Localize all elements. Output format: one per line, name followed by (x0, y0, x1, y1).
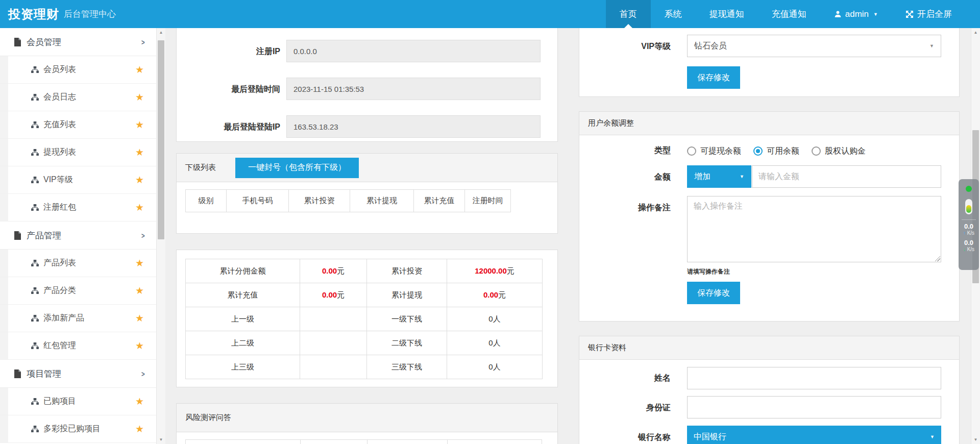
nav-withdraw-notice[interactable]: 提现通知 (696, 0, 758, 28)
chevron-down-icon: ▼ (873, 12, 878, 17)
sidebar-item-member-list[interactable]: 会员列表 ★ (0, 56, 156, 84)
download-speed: 0.0 (964, 239, 973, 246)
stats-label: 累计投资 (367, 259, 447, 283)
nav-fullscreen[interactable]: 开启全屏 (892, 0, 966, 28)
bank-panel-title: 银行卡资料 (588, 343, 626, 353)
sidebar-item-label: 产品列表 (43, 258, 76, 268)
remark-helper-text: 请填写操作备注 (687, 267, 730, 276)
amount-label: 金额 (579, 172, 671, 183)
stats-value: 0.00 (322, 290, 337, 299)
nav-recharge-notice[interactable]: 充值通知 (758, 0, 820, 28)
sidebar-group-projects[interactable]: 项目管理 > (0, 360, 156, 388)
sidebar-item-member-log[interactable]: 会员日志 ★ (0, 84, 156, 111)
name-input[interactable] (687, 367, 941, 389)
balance-save-button[interactable]: 保存修改 (687, 282, 740, 304)
sidebar-item-product-category[interactable]: 产品分类 ★ (0, 277, 156, 305)
stats-value: 0 (488, 338, 493, 347)
radio-withdrawable-balance[interactable]: 可提现余额 (687, 146, 741, 157)
sidebar-scrollbar-thumb[interactable] (158, 40, 164, 239)
scroll-down-icon[interactable]: ▼ (971, 435, 980, 444)
radio-icon (812, 146, 821, 156)
register-ip-field[interactable] (286, 40, 541, 62)
last-login-ip-label: 最后登陆登陆IP (177, 122, 280, 133)
id-card-input[interactable] (687, 396, 941, 418)
nav-fullscreen-label: 开启全屏 (917, 8, 952, 20)
sitemap-icon (31, 204, 39, 211)
nav-system[interactable]: 系统 (651, 0, 696, 28)
sidebar-scrollbar[interactable]: ▲ ▼ (156, 28, 165, 444)
stats-label: 一级下线 (367, 307, 447, 331)
user-info-panel: 注册IP 最后登陆时间 最后登陆登陆IP (176, 28, 558, 142)
star-icon[interactable]: ★ (135, 285, 144, 297)
star-icon[interactable]: ★ (135, 396, 144, 407)
star-icon[interactable]: ★ (135, 119, 144, 131)
file-icon (14, 369, 21, 378)
sub-list-title: 下级列表 (185, 163, 216, 172)
sitemap-icon (31, 342, 39, 349)
sub-list-table: 级别 手机号码 累计投资 累计提现 累计充值 注册时间 (185, 189, 511, 212)
star-icon[interactable]: ★ (135, 340, 144, 352)
stats-label: 上三级 (186, 355, 300, 379)
sidebar-item-product-list[interactable]: 产品列表 ★ (0, 250, 156, 277)
sidebar-item-purchased-projects[interactable]: 已购项目 ★ (0, 388, 156, 415)
nav-system-label: 系统 (665, 8, 682, 20)
brand-title: 投资理财 (8, 6, 59, 22)
vip-save-button[interactable]: 保存修改 (687, 66, 740, 89)
vip-panel: VIP等级 钻石会员 ▼ 保存修改 (579, 28, 960, 97)
star-icon[interactable]: ★ (135, 202, 144, 213)
col-total-recharge: 累计充值 (414, 190, 465, 212)
sitemap-icon (31, 260, 39, 266)
scroll-down-icon[interactable]: ▼ (157, 435, 165, 444)
star-icon[interactable]: ★ (135, 312, 144, 324)
scroll-up-icon[interactable]: ▲ (971, 28, 980, 37)
risk-panel-title: 风险测评问答 (185, 413, 231, 423)
radio-available-balance[interactable]: 可用余额 (753, 146, 799, 157)
sidebar-item-label: VIP等级 (43, 175, 73, 185)
stats-value: 0 (488, 314, 493, 323)
bank-name-select[interactable]: 中国银行 ▼ (687, 426, 941, 444)
stats-row: 上二级 二级下线 0人 (186, 331, 543, 355)
sidebar-item-redpacket-mgmt[interactable]: 红包管理 ★ (0, 332, 156, 360)
remark-textarea[interactable] (687, 196, 941, 262)
vip-level-select[interactable]: 钻石会员 ▼ (687, 35, 941, 57)
amount-input[interactable] (752, 165, 941, 188)
sidebar-group-members[interactable]: 会员管理 > (0, 28, 156, 56)
net-speed-widget[interactable]: 0.0 ↑ K/s 0.0 ↓ K/s (959, 179, 979, 270)
last-login-ip-field[interactable] (286, 115, 541, 138)
star-icon[interactable]: ★ (135, 423, 144, 435)
ban-all-button[interactable]: 一键封号（包含所有下级） (235, 158, 359, 178)
sidebar-item-label: 会员日志 (43, 92, 76, 103)
chevron-right-icon: > (141, 369, 145, 378)
radio-equity-subscription[interactable]: 股权认购金 (812, 146, 866, 157)
user-icon (834, 10, 842, 18)
nav-admin-menu[interactable]: admin ▼ (820, 0, 892, 28)
last-login-time-label: 最后登陆时间 (177, 84, 280, 95)
top-nav: 首页 系统 提现通知 充值通知 admin ▼ 开启全屏 (606, 0, 966, 28)
sidebar-group-products[interactable]: 产品管理 > (0, 221, 156, 250)
star-icon[interactable]: ★ (135, 64, 144, 76)
nav-home[interactable]: 首页 (606, 0, 651, 28)
stats-row: 累计充值 0.00元 累计提现 0.00元 (186, 283, 543, 307)
sidebar-item-duocaitou-projects[interactable]: 多彩投已购项目 ★ (0, 415, 156, 443)
star-icon[interactable]: ★ (135, 174, 144, 186)
textarea-resize-handle[interactable] (934, 255, 940, 261)
radio-label: 股权认购金 (825, 146, 866, 157)
sitemap-icon (31, 426, 39, 432)
stats-label: 三级下线 (367, 355, 447, 379)
amount-action-dropdown[interactable]: 增加 ▼ (687, 165, 751, 188)
stats-label: 二级下线 (367, 331, 447, 355)
sidebar-item-withdraw-list[interactable]: 提现列表 ★ (0, 139, 156, 166)
radio-icon (687, 146, 696, 156)
star-icon[interactable]: ★ (135, 146, 144, 158)
sidebar-item-add-product[interactable]: 添加新产品 ★ (0, 305, 156, 332)
star-icon[interactable]: ★ (135, 91, 144, 103)
star-icon[interactable]: ★ (135, 257, 144, 269)
sidebar-item-label: 添加新产品 (43, 313, 84, 324)
last-login-time-field[interactable] (286, 78, 541, 100)
sidebar-item-recharge-list[interactable]: 充值列表 ★ (0, 111, 156, 139)
sidebar-item-register-redpacket[interactable]: 注册红包 ★ (0, 194, 156, 221)
scroll-up-icon[interactable]: ▲ (157, 28, 165, 37)
sidebar-item-vip-level[interactable]: VIP等级 ★ (0, 166, 156, 194)
chevron-down-icon: ▼ (930, 434, 935, 439)
bank-name-label: 银行名称 (579, 432, 671, 443)
